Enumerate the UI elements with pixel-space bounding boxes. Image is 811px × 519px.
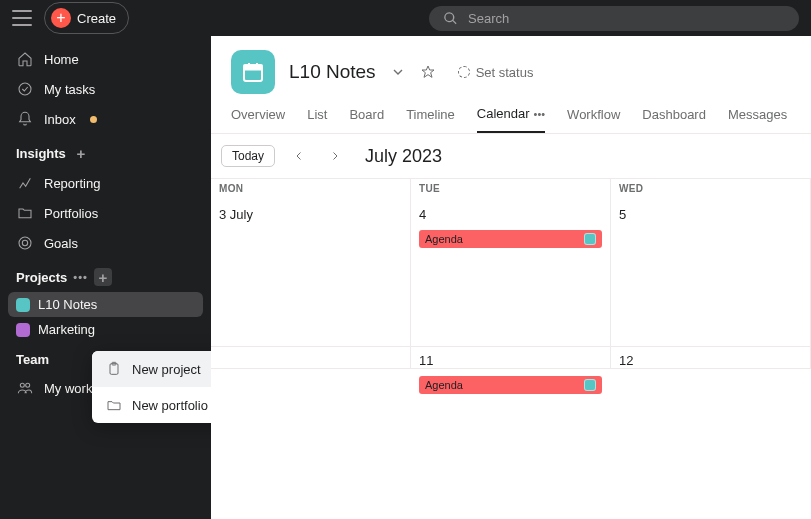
chart-icon: [16, 174, 34, 192]
calendar-cell[interactable]: 11 Agenda: [411, 347, 611, 369]
tab-list[interactable]: List: [307, 106, 327, 133]
tab-dashboard[interactable]: Dashboard: [642, 106, 706, 133]
event-project-chip: [584, 379, 596, 391]
popover-new-project[interactable]: New project: [92, 351, 211, 387]
prev-month-button[interactable]: [287, 144, 311, 168]
svg-rect-8: [244, 65, 262, 70]
nav-home-label: Home: [44, 52, 79, 67]
portfolio-icon: [106, 397, 122, 413]
tab-calendar[interactable]: Calendar•••: [477, 106, 545, 133]
nav-goals[interactable]: Goals: [0, 228, 211, 258]
create-button[interactable]: + Create: [44, 2, 129, 34]
tab-timeline[interactable]: Timeline: [406, 106, 455, 133]
tab-messages[interactable]: Messages: [728, 106, 787, 133]
project-color-chip: [16, 298, 30, 312]
nav-inbox-label: Inbox: [44, 112, 76, 127]
svg-point-4: [26, 383, 30, 387]
projects-add-button[interactable]: +: [94, 268, 112, 286]
folder-icon: [16, 204, 34, 222]
dow-tue: TUE: [411, 179, 611, 201]
star-icon[interactable]: [420, 64, 436, 80]
project-icon: [231, 50, 275, 94]
home-icon: [16, 50, 34, 68]
svg-point-3: [20, 383, 24, 387]
event-agenda[interactable]: Agenda: [419, 376, 602, 394]
menu-icon[interactable]: [12, 10, 32, 26]
tabs: Overview List Board Timeline Calendar•••…: [211, 98, 811, 134]
tab-workflow[interactable]: Workflow: [567, 106, 620, 133]
next-month-button[interactable]: [323, 144, 347, 168]
svg-point-2: [22, 240, 27, 245]
insights-header: Insights +: [0, 134, 211, 168]
event-project-chip: [584, 233, 596, 245]
calendar-cell[interactable]: 12: [611, 347, 811, 369]
search-placeholder: Search: [468, 11, 509, 26]
search-icon: [443, 11, 458, 26]
today-button[interactable]: Today: [221, 145, 275, 167]
clipboard-icon: [106, 361, 122, 377]
tab-board[interactable]: Board: [349, 106, 384, 133]
nav-my-tasks[interactable]: My tasks: [0, 74, 211, 104]
tab-more-icon[interactable]: •••: [534, 108, 546, 120]
sidebar: Home My tasks Inbox Insights + Reporting…: [0, 36, 211, 519]
svg-point-1: [19, 237, 31, 249]
nav-reporting[interactable]: Reporting: [0, 168, 211, 198]
calendar-cell[interactable]: 5: [611, 201, 811, 347]
project-item-marketing[interactable]: Marketing: [0, 317, 211, 342]
projects-more-icon[interactable]: •••: [73, 271, 88, 283]
calendar-cell[interactable]: 3 July: [211, 201, 411, 347]
month-label: July 2023: [365, 146, 442, 167]
create-popover: New project New portfolio: [92, 351, 211, 423]
set-status-button[interactable]: Set status: [450, 61, 542, 84]
notification-dot-icon: [90, 116, 97, 123]
dow-mon: MON: [211, 179, 411, 201]
tab-overview[interactable]: Overview: [231, 106, 285, 133]
nav-inbox[interactable]: Inbox: [0, 104, 211, 134]
chevron-down-icon[interactable]: [390, 64, 406, 80]
check-circle-icon: [16, 80, 34, 98]
status-ring-icon: [458, 66, 470, 78]
calendar-cell[interactable]: 4 Agenda: [411, 201, 611, 347]
event-agenda[interactable]: Agenda: [419, 230, 602, 248]
calendar-toolbar: Today July 2023: [211, 134, 811, 179]
project-header: L10 Notes Set status: [211, 36, 811, 98]
nav-my-tasks-label: My tasks: [44, 82, 95, 97]
projects-header: Projects ••• +: [0, 258, 211, 292]
create-label: Create: [77, 11, 116, 26]
target-icon: [16, 234, 34, 252]
nav-home[interactable]: Home: [0, 44, 211, 74]
svg-point-0: [19, 83, 31, 95]
project-color-chip: [16, 323, 30, 337]
calendar-grid: MON TUE WED 3 July 4 Agenda 5 11: [211, 179, 811, 519]
people-icon: [16, 379, 34, 397]
search-input[interactable]: Search: [429, 6, 799, 31]
calendar-cell[interactable]: [211, 347, 411, 369]
project-item-l10-notes[interactable]: L10 Notes: [8, 292, 203, 317]
bell-icon: [16, 110, 34, 128]
popover-new-portfolio[interactable]: New portfolio: [92, 387, 211, 423]
project-title: L10 Notes: [289, 61, 376, 83]
dow-wed: WED: [611, 179, 811, 201]
nav-portfolios[interactable]: Portfolios: [0, 198, 211, 228]
insights-add-button[interactable]: +: [72, 144, 90, 162]
plus-icon: +: [51, 8, 71, 28]
